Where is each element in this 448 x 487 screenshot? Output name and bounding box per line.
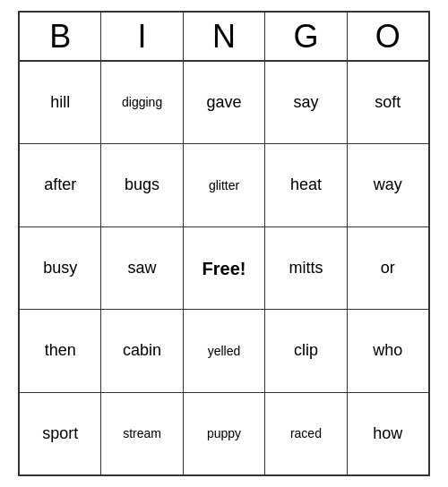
bingo-row: busysawFree!mittsor	[20, 227, 428, 310]
bingo-cell: mitts	[265, 227, 347, 309]
header-letter: I	[101, 13, 183, 60]
bingo-cell: busy	[20, 227, 101, 309]
bingo-row: sportstreampuppyracedhow	[20, 393, 428, 474]
bingo-cell: after	[20, 144, 101, 226]
bingo-cell: gave	[184, 62, 265, 143]
bingo-cell: glitter	[184, 144, 265, 226]
bingo-cell: soft	[348, 62, 428, 143]
bingo-row: thencabinyelledclipwho	[20, 310, 428, 392]
bingo-cell: cabin	[101, 310, 183, 391]
bingo-cell: how	[348, 393, 428, 474]
bingo-cell: sport	[20, 393, 101, 474]
bingo-cell: hill	[20, 62, 101, 143]
bingo-cell: digging	[101, 62, 183, 143]
bingo-cell: way	[348, 144, 428, 226]
header-letter: G	[265, 13, 347, 60]
bingo-cell: clip	[265, 310, 347, 391]
header-letter: O	[348, 13, 428, 60]
bingo-cell: stream	[101, 393, 183, 474]
free-cell: Free!	[184, 227, 265, 309]
bingo-cell: saw	[101, 227, 183, 309]
bingo-cell: puppy	[184, 393, 265, 474]
bingo-cell: raced	[265, 393, 347, 474]
bingo-header: BINGO	[20, 13, 428, 62]
bingo-row: hilldigginggavesaysoft	[20, 62, 428, 144]
header-letter: N	[184, 13, 265, 60]
bingo-cell: yelled	[184, 310, 265, 391]
bingo-cell: bugs	[101, 144, 183, 226]
bingo-body: hilldigginggavesaysoftafterbugsglitterhe…	[20, 62, 428, 474]
header-letter: B	[20, 13, 101, 60]
bingo-row: afterbugsglitterheatway	[20, 144, 428, 226]
bingo-cell: or	[348, 227, 428, 309]
bingo-cell: who	[348, 310, 428, 391]
bingo-cell: then	[20, 310, 101, 391]
bingo-cell: heat	[265, 144, 347, 226]
bingo-card: BINGO hilldigginggavesaysoftafterbugsgli…	[18, 11, 430, 476]
bingo-cell: say	[265, 62, 347, 143]
